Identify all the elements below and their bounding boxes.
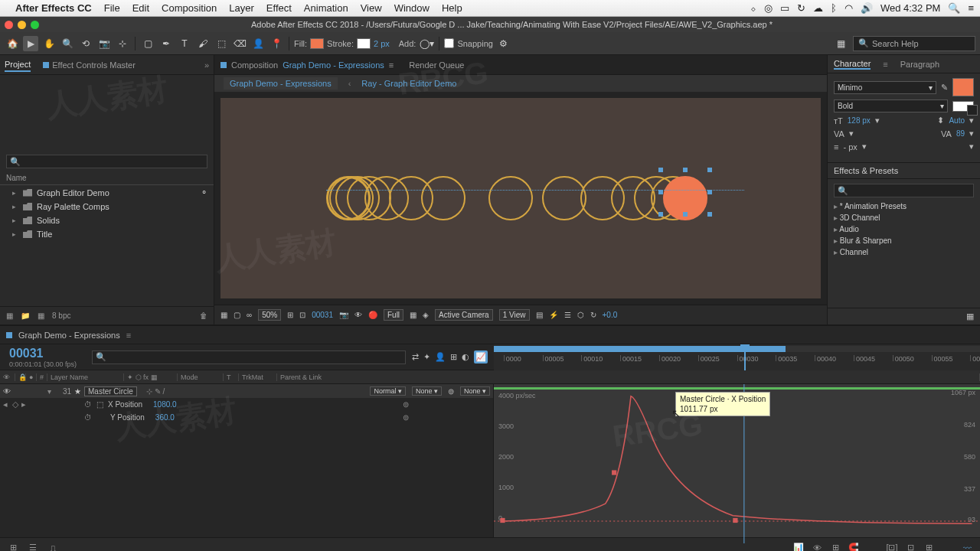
text-fill-swatch[interactable] <box>952 78 974 96</box>
comp-flowchart-icon[interactable]: ⬡ <box>577 311 584 319</box>
tab-effect-controls[interactable]: Effect Controls Master <box>43 59 136 71</box>
font-style-dropdown[interactable]: Bold▾ <box>834 99 948 112</box>
property-value[interactable]: 360.0 <box>155 413 175 422</box>
zoom-icon[interactable] <box>31 21 39 29</box>
current-frame[interactable]: 00031 <box>312 311 333 319</box>
cc-icon[interactable]: ◎ <box>764 2 773 14</box>
camera-dropdown[interactable]: Active Camera <box>435 309 493 321</box>
menu-composition[interactable]: Composition <box>162 2 217 14</box>
exposure-value[interactable]: +0.0 <box>603 311 618 319</box>
stopwatch-icon[interactable]: ⏱ <box>84 413 92 422</box>
preset-category[interactable]: Blur & Sharpen <box>834 235 974 246</box>
add-dropdown-icon[interactable]: ◯▾ <box>419 36 434 51</box>
display-icon[interactable]: ▭ <box>780 2 789 14</box>
puppet-tool-icon[interactable]: 📍 <box>269 36 284 51</box>
menu-window[interactable]: Window <box>394 2 430 14</box>
property-value[interactable]: 1080.0 <box>153 400 177 409</box>
resolution-icon[interactable]: ⊞ <box>287 311 293 319</box>
breadcrumb-item[interactable]: Graph Demo - Expressions <box>224 77 338 90</box>
volume-icon[interactable]: 🔊 <box>861 2 873 14</box>
show-snapshot-icon[interactable]: 👁 <box>354 311 362 319</box>
col-parent[interactable]: Parent & Link <box>277 373 980 381</box>
playhead[interactable] <box>744 344 746 370</box>
project-folder[interactable]: ▸Title <box>0 227 214 241</box>
preset-category[interactable]: * Animation Presets <box>834 201 974 212</box>
pen-tool-icon[interactable]: ✒ <box>158 36 174 51</box>
col-trkmat[interactable]: TrkMat <box>239 373 277 381</box>
app-name[interactable]: After Effects CC <box>15 2 92 14</box>
col-layer-name[interactable]: Layer Name <box>47 373 124 381</box>
layer-name-field[interactable]: Master Circle <box>84 386 137 396</box>
minimize-icon[interactable] <box>18 21 26 29</box>
motion-blur-icon[interactable]: ◐ <box>462 352 469 362</box>
selection-tool-icon[interactable]: ▶ <box>23 36 38 51</box>
menu-edit[interactable]: Edit <box>132 2 149 14</box>
trkmat-dropdown[interactable]: None ▾ <box>412 386 442 396</box>
project-name-column[interactable]: Name <box>0 171 214 185</box>
channel-icon[interactable]: 🔴 <box>368 311 377 319</box>
refresh-icon[interactable]: ↻ <box>797 2 805 14</box>
tab-render-queue[interactable]: Render Queue <box>409 60 464 70</box>
project-folder[interactable]: ▸Solids <box>0 214 214 227</box>
pickwhip-icon[interactable]: ⊚ <box>448 387 454 396</box>
resolution-dropdown[interactable]: Full <box>384 309 403 321</box>
preset-category[interactable]: Channel <box>834 246 974 258</box>
pan-behind-icon[interactable]: ⊹ <box>115 36 130 51</box>
flowchart-icon[interactable]: ⚬ <box>201 187 207 197</box>
project-search-input[interactable]: 🔍 <box>6 155 207 168</box>
roi-icon[interactable]: ⊡ <box>299 311 305 319</box>
clock[interactable]: Wed 4:32 PM <box>880 2 941 14</box>
project-folder[interactable]: ▸Graph Editor Demo⚬ <box>0 185 214 200</box>
tab-project[interactable]: Project <box>5 58 31 72</box>
pixel-aspect-icon[interactable]: ▤ <box>536 311 543 319</box>
layer-row[interactable]: 👁 ▾ 31 ★ Master Circle ⊹ ✎ / Normal ▾ No… <box>0 384 493 398</box>
property-row[interactable]: ⏱ Y Position 360.0 ⊚ <box>0 411 493 424</box>
view-dropdown[interactable]: 1 View <box>499 309 530 321</box>
toggle-modes-icon[interactable]: ☰ <box>26 541 40 552</box>
draft3d-icon[interactable]: ✦ <box>423 352 430 362</box>
frame-blend-icon[interactable]: ⊞ <box>450 352 457 362</box>
toggle-icon[interactable]: ∞ <box>247 311 252 319</box>
tracking-value[interactable]: 89 <box>956 129 965 138</box>
spotlight-icon[interactable]: 🔍 <box>948 2 960 14</box>
timeline-ruler[interactable]: 0000 00005 00010 00015 00020 00025 00030… <box>494 344 980 370</box>
graph-editor-icon[interactable]: 📈 <box>474 350 488 364</box>
hand-tool-icon[interactable]: ✋ <box>41 36 57 51</box>
zoom-tool-icon[interactable]: 🔍 <box>60 36 75 51</box>
tab-paragraph[interactable]: Paragraph <box>900 60 939 69</box>
grid-icon[interactable]: ▦ <box>220 311 227 319</box>
toggle-switches-icon[interactable]: ⊞ <box>6 541 20 552</box>
menu-view[interactable]: View <box>361 2 382 14</box>
rectangle-tool-icon[interactable]: ▢ <box>140 36 155 51</box>
blend-mode-dropdown[interactable]: Normal ▾ <box>370 386 406 396</box>
tab-composition[interactable]: Composition Graph Demo - Expressions ≡ <box>220 60 394 70</box>
menu-help[interactable]: Help <box>442 2 462 14</box>
eyedropper-icon[interactable]: ✎ <box>941 83 948 93</box>
snap-opts-icon[interactable]: ⚙ <box>496 36 511 51</box>
stroke-swatch[interactable] <box>357 38 371 49</box>
snapshot-icon[interactable]: 📷 <box>339 311 348 319</box>
graph-editor[interactable]: 4000 px/sec 3000 2000 1000 0 1067 px 824… <box>494 384 980 537</box>
menu-file[interactable]: File <box>104 2 120 14</box>
current-frame-display[interactable]: 00031 <box>9 347 44 360</box>
menu-layer[interactable]: Layer <box>229 2 254 14</box>
col-mode[interactable]: Mode <box>178 373 224 381</box>
preset-category[interactable]: Audio <box>834 223 974 235</box>
comp-mini-flowchart-icon[interactable]: ⇄ <box>412 352 419 362</box>
close-icon[interactable] <box>5 21 13 29</box>
timeline-search-input[interactable]: 🔍 <box>92 350 406 364</box>
menu-effect[interactable]: Effect <box>266 2 292 14</box>
wifi-icon[interactable]: ◠ <box>844 2 853 14</box>
timeline-tab[interactable]: Graph Demo - Expressions <box>18 331 120 340</box>
font-size-value[interactable]: 128 px <box>848 116 871 125</box>
leading-value[interactable]: Auto <box>949 116 965 125</box>
stroke-px-value[interactable]: - px <box>843 142 857 152</box>
fill-swatch[interactable] <box>310 38 324 49</box>
trash-icon[interactable]: 🗑 <box>200 311 207 320</box>
preset-category[interactable]: 3D Channel <box>834 212 974 223</box>
bpc-button[interactable]: 8 bpc <box>52 311 70 320</box>
workspace-icon[interactable]: ▦ <box>833 36 848 51</box>
new-bin-icon[interactable]: ▦ <box>966 311 974 321</box>
effects-presets-header[interactable]: Effects & Presets <box>828 162 980 179</box>
search-help-input[interactable]: 🔍 Search Help <box>853 36 975 51</box>
